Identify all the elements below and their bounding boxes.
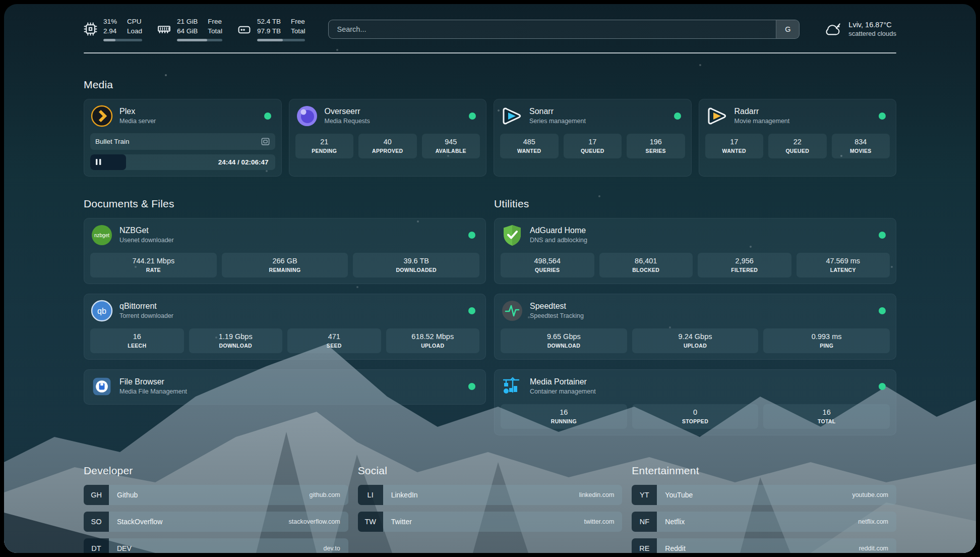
qbittorrent-card[interactable]: qb qBittorrent Torrent downloader — [84, 294, 486, 360]
radarr-icon — [705, 104, 728, 128]
stat-label: DOWNLOAD — [503, 343, 625, 349]
header-divider — [84, 52, 896, 53]
disk-free: 52.4 TB — [257, 17, 281, 27]
stat-value: 9.24 Gbps — [634, 332, 757, 341]
plex-icon — [90, 104, 113, 128]
utilities-section-title: Utilities — [494, 198, 896, 210]
screen-mirror-icon — [261, 137, 270, 146]
service-desc: Movie management — [734, 118, 873, 125]
stat-value: 40 — [360, 138, 415, 146]
stat-downloaded: 39.6 TB DOWNLOADED — [353, 253, 479, 277]
stat-label: QUERIES — [503, 267, 592, 273]
search-input[interactable] — [329, 20, 776, 38]
stat-label: STOPPED — [634, 418, 757, 424]
stat-approved: 40 APPROVED — [358, 134, 417, 158]
stat-upload: 9.24 Gbps UPLOAD — [632, 328, 759, 353]
disk-icon — [237, 22, 251, 36]
stat-stopped: 0 STOPPED — [632, 404, 759, 429]
status-dot — [879, 232, 886, 239]
service-desc: DNS and adblocking — [530, 237, 873, 244]
stat-label: LATENCY — [799, 267, 888, 273]
section-developer: Developer GH Github github.com SO StackO… — [84, 465, 348, 553]
weather-condition: scattered clouds — [848, 30, 896, 37]
dashboard-panel: 31% 2.94 CPU Load — [4, 4, 976, 553]
service-name: NZBGet — [119, 226, 462, 235]
stat-value: 1.19 Gbps — [191, 332, 281, 341]
status-dot — [264, 113, 271, 120]
stat-value: 16 — [92, 332, 182, 341]
stat-filtered: 2,956 FILTERED — [698, 253, 791, 277]
filebrowser-card[interactable]: File Browser Media File Management — [84, 369, 486, 405]
cpu-widget: 31% 2.94 CPU Load — [84, 17, 142, 41]
qbittorrent-icon: qb — [90, 299, 113, 322]
service-desc: Speedtest Tracking — [530, 312, 873, 319]
bookmark-abbr: RE — [632, 538, 657, 553]
stat-queued: 17 QUEUED — [564, 134, 622, 158]
plex-card[interactable]: Plex Media server Bullet Train — [84, 99, 282, 177]
radarr-card[interactable]: Radarr Movie management 17 WANTED 22 QUE… — [699, 99, 897, 177]
disk-widget: 52.4 TB 97.9 TB Free Total — [237, 17, 305, 41]
stat-value: 834 — [834, 138, 888, 146]
documents-section-title: Documents & Files — [84, 198, 486, 210]
stat-remaining: 266 GB REMAINING — [222, 253, 348, 277]
stat-value: 2,956 — [700, 257, 789, 265]
bookmark-github[interactable]: GH Github github.com — [84, 485, 348, 505]
portainer-card[interactable]: Media Portainer Container management 16 … — [494, 369, 896, 435]
memory-values: 21 GiB 64 GiB — [177, 17, 198, 36]
service-name: Speedtest — [530, 302, 873, 311]
memory-free: 21 GiB — [177, 17, 198, 27]
bookmark-domain: linkedin.com — [579, 491, 614, 498]
disk-progress-fill — [257, 39, 283, 41]
bookmark-netflix[interactable]: NF Netflix netflix.com — [632, 512, 896, 532]
bookmark-stackoverflow[interactable]: SO StackOverflow stackoverflow.com — [84, 512, 348, 532]
service-name: Overseerr — [325, 107, 463, 116]
adguard-card[interactable]: AdGuard Home DNS and adblocking 498,564 … — [494, 218, 896, 284]
sonarr-card[interactable]: Sonarr Series management 485 WANTED 17 Q… — [494, 99, 692, 177]
stat-latency: 47.569 ms LATENCY — [797, 253, 890, 277]
nzbget-card[interactable]: nzbget NZBGet Usenet downloader 74 — [84, 218, 486, 284]
cloud-icon — [823, 21, 842, 38]
pause-icon — [96, 159, 101, 165]
stat-label: QUEUED — [566, 148, 620, 154]
bookmark-dev[interactable]: DT DEV dev.to — [84, 538, 348, 553]
bookmark-name: Reddit — [665, 544, 859, 552]
bookmark-twitter[interactable]: TW Twitter twitter.com — [358, 512, 623, 532]
service-desc: Media server — [119, 118, 258, 125]
bookmark-domain: stackoverflow.com — [289, 518, 340, 525]
stat-value: 266 GB — [224, 257, 346, 265]
header-bar: 31% 2.94 CPU Load — [84, 17, 896, 41]
weather-widget: Lviv, 16.87°C scattered clouds — [823, 21, 896, 38]
memory-total: 64 GiB — [177, 27, 198, 36]
now-playing-row: Bullet Train — [90, 133, 275, 150]
bookmark-domain: netflix.com — [858, 518, 888, 525]
playback-progress-fill — [90, 154, 126, 170]
adguard-icon — [501, 224, 524, 247]
cpu-usage: 31% — [103, 17, 117, 27]
stat-label: SERIES — [629, 148, 683, 154]
section-documents: Documents & Files nzbget — [84, 198, 486, 405]
bookmark-reddit[interactable]: RE Reddit reddit.com — [632, 538, 896, 553]
stat-rate: 744.21 Mbps RATE — [90, 253, 217, 277]
stat-label: REMAINING — [224, 267, 346, 273]
stat-value: 22 — [770, 138, 825, 146]
bookmark-abbr: YT — [632, 485, 657, 505]
stat-label: UPLOAD — [388, 343, 478, 349]
stat-label: PENDING — [297, 148, 352, 154]
speedtest-card[interactable]: Speedtest Speedtest Tracking 9.65 Gbps D… — [494, 294, 896, 360]
bookmark-linkedin[interactable]: LI LinkedIn linkedin.com — [358, 485, 623, 505]
bookmark-youtube[interactable]: YT YouTube youtube.com — [632, 485, 896, 505]
stat-wanted: 17 WANTED — [705, 134, 764, 158]
stat-pending: 21 PENDING — [295, 134, 354, 158]
stat-label: FILTERED — [700, 267, 789, 273]
service-name: File Browser — [119, 377, 462, 386]
bookmark-domain: github.com — [310, 491, 340, 498]
status-dot — [879, 307, 886, 314]
search-provider-button[interactable]: G — [776, 20, 799, 38]
disk-values: 52.4 TB 97.9 TB — [257, 17, 281, 36]
developer-section-title: Developer — [84, 465, 348, 477]
media-section-title: Media — [84, 79, 896, 91]
overseerr-card[interactable]: Overseerr Media Requests 21 PENDING 40 A… — [289, 99, 487, 177]
memory-icon — [157, 22, 171, 36]
service-name: Sonarr — [529, 107, 668, 116]
service-desc: Torrent downloader — [119, 312, 462, 319]
